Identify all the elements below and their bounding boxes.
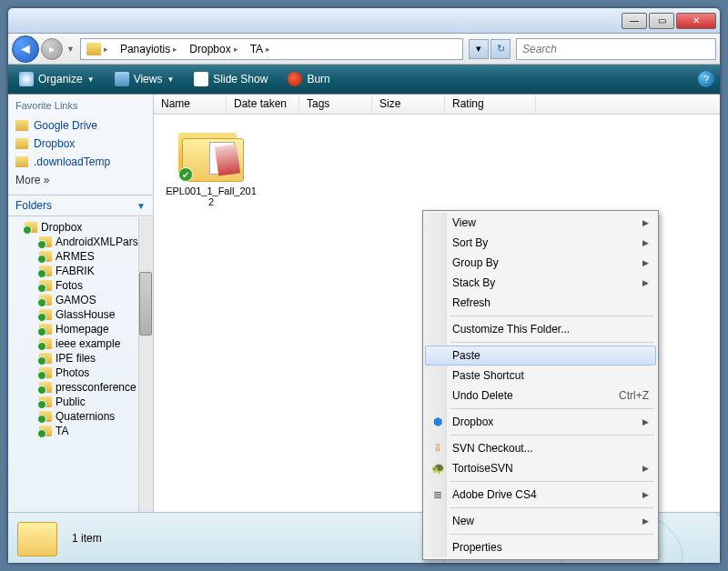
separator [450, 408, 654, 409]
status-text: 1 item [72, 532, 102, 545]
address-bar[interactable]: ▸ Panayiotis ▸ Dropbox ▸ TA ▸ [80, 38, 463, 60]
folder-icon [15, 120, 28, 131]
search-input[interactable] [517, 39, 715, 59]
folder-icon [17, 518, 61, 558]
breadcrumb-seg[interactable]: TA ▸ [245, 39, 277, 59]
slideshow-icon [194, 72, 208, 86]
folder-icon [39, 353, 52, 364]
context-menu: View▶ Sort By▶ Group By▶ Stack By▶ Refre… [422, 210, 659, 560]
navbar: ◄ ▸ ▼ ▸ Panayiotis ▸ Dropbox ▸ TA ▸ ▾ ↻ [8, 34, 720, 65]
history-dropdown[interactable]: ▼ [66, 45, 75, 54]
folder-icon [39, 324, 52, 335]
burn-button[interactable]: Burn [282, 69, 335, 89]
tree-item[interactable]: TA [8, 424, 153, 438]
tree-item[interactable]: ARMES [8, 249, 153, 264]
svn-icon: ⇩ [430, 441, 445, 456]
burn-icon [288, 72, 302, 86]
col-size[interactable]: Size [372, 95, 445, 114]
tree-item[interactable]: Quaternions [8, 409, 153, 424]
menu-view[interactable]: View▶ [425, 213, 656, 233]
menu-tortoisesvn[interactable]: 🐢TortoiseSVN▶ [425, 458, 656, 478]
tree-item[interactable]: Photos [8, 366, 153, 380]
menu-adobe-drive[interactable]: ≣Adobe Drive CS4▶ [425, 485, 656, 505]
folder-item[interactable]: ✔ EPL001_1_Fall_2012 [161, 122, 261, 211]
command-bar: Organize ▼ Views ▼ Slide Show Burn ? [8, 65, 720, 94]
folder-tree: DropboxAndroidXMLParsARMESFABRIKFotosGAM… [8, 216, 153, 511]
tree-item[interactable]: Homepage [8, 322, 153, 336]
navigation-pane: Favorite Links Google Drive Dropbox .dow… [8, 95, 154, 512]
tree-item[interactable]: AndroidXMLPars [8, 235, 153, 249]
menu-svn-checkout[interactable]: ⇩SVN Checkout... [425, 438, 656, 458]
forward-button[interactable]: ▸ [41, 38, 63, 60]
separator [450, 342, 654, 343]
menu-stackby[interactable]: Stack By▶ [425, 273, 656, 293]
menu-paste-shortcut[interactable]: Paste Shortcut [425, 366, 656, 386]
menu-properties[interactable]: Properties [425, 537, 656, 557]
menu-groupby[interactable]: Group By▶ [425, 253, 656, 273]
separator [450, 481, 654, 482]
tree-item[interactable]: Public [8, 395, 153, 409]
help-button[interactable]: ? [698, 71, 714, 87]
organize-icon [19, 72, 34, 86]
menu-customize[interactable]: Customize This Folder... [425, 319, 656, 339]
explorer-window: — ▭ ✕ ◄ ▸ ▼ ▸ Panayiotis ▸ Dropbox ▸ TA … [7, 7, 721, 564]
col-rating[interactable]: Rating [445, 95, 536, 114]
folder-icon [39, 236, 52, 247]
views-button[interactable]: Views ▼ [109, 69, 180, 89]
menu-undo-delete[interactable]: Undo DeleteCtrl+Z [425, 386, 656, 406]
folder-icon [39, 338, 52, 349]
breadcrumb-seg[interactable]: Panayiotis ▸ [115, 39, 184, 59]
dropbox-icon: ⬢ [430, 415, 445, 429]
menu-sortby[interactable]: Sort By▶ [425, 233, 656, 253]
refresh-button[interactable]: ↻ [490, 39, 511, 59]
slideshow-button[interactable]: Slide Show [188, 69, 273, 89]
separator [450, 435, 654, 436]
col-date[interactable]: Date taken [227, 95, 299, 114]
menu-new[interactable]: New▶ [425, 511, 656, 531]
menu-paste[interactable]: Paste [425, 346, 656, 366]
folder-icon [86, 43, 101, 55]
folder-icon [15, 138, 28, 149]
folder-icon [39, 426, 52, 436]
scrollbar[interactable] [138, 217, 153, 512]
tortoise-icon: 🐢 [430, 461, 445, 476]
folder-icon [39, 382, 52, 393]
menu-refresh[interactable]: Refresh [425, 293, 656, 313]
breadcrumb-root[interactable]: ▸ [81, 39, 115, 59]
titlebar: — ▭ ✕ [8, 8, 720, 34]
separator [450, 534, 654, 535]
favorite-more[interactable]: More » [15, 171, 146, 189]
scrollbar-thumb[interactable] [139, 272, 152, 336]
close-button[interactable]: ✕ [676, 13, 716, 29]
folder-icon [39, 411, 52, 422]
address-dropdown[interactable]: ▾ [469, 39, 489, 59]
col-tags[interactable]: Tags [299, 95, 372, 114]
tree-item[interactable]: pressconference [8, 380, 153, 395]
favorite-links-title: Favorite Links [15, 100, 146, 111]
tree-item[interactable]: GlassHouse [8, 307, 153, 322]
search-box[interactable] [516, 38, 716, 60]
minimize-button[interactable]: — [622, 13, 647, 29]
tree-item[interactable]: FABRIK [8, 264, 153, 278]
favorite-link[interactable]: .downloadTemp [15, 153, 146, 171]
breadcrumb-seg[interactable]: Dropbox ▸ [184, 39, 244, 59]
menu-dropbox[interactable]: ⬢Dropbox▶ [425, 412, 656, 432]
folder-icon [39, 265, 52, 276]
tree-item[interactable]: IPE files [8, 351, 153, 366]
tree-item[interactable]: GAMOS [8, 293, 153, 307]
tree-item[interactable]: Fotos [8, 278, 153, 293]
organize-button[interactable]: Organize ▼ [14, 69, 100, 89]
folder-icon [25, 222, 37, 233]
favorite-link[interactable]: Google Drive [15, 116, 146, 135]
tree-item[interactable]: Dropbox [8, 220, 153, 235]
maximize-button[interactable]: ▭ [649, 13, 674, 29]
folders-header[interactable]: Folders▼ [8, 195, 153, 216]
favorite-link[interactable]: Dropbox [15, 135, 146, 153]
tree-item[interactable]: ieee example [8, 336, 153, 351]
folders-pane: Folders▼ DropboxAndroidXMLParsARMESFABRI… [8, 195, 153, 512]
separator [450, 507, 654, 508]
separator [450, 316, 654, 316]
col-name[interactable]: Name [154, 95, 227, 114]
back-button[interactable]: ◄ [12, 35, 39, 63]
folder-icon [39, 251, 52, 262]
